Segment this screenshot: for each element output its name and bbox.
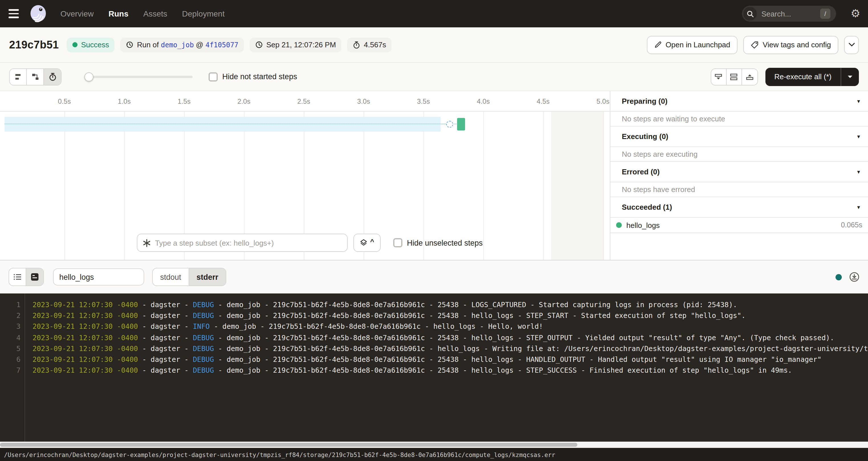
- gantt-step-bar-hello-logs[interactable]: [457, 118, 465, 130]
- snapshot-link[interactable]: 4f105077: [206, 41, 239, 49]
- nav-item-overview[interactable]: Overview: [60, 9, 94, 18]
- chevron-down-icon[interactable]: ▾: [857, 133, 860, 140]
- panel-split-button[interactable]: [726, 69, 742, 85]
- gantt-chart: 0.5s 1.0s 1.5s 2.0s 2.5s 3.0s 3.5s 4.0s …: [0, 91, 610, 260]
- timestamp-label: Sep 21, 12:07:26 PM: [267, 40, 336, 49]
- nav-item-assets[interactable]: Assets: [143, 9, 167, 18]
- step-success-dot-icon: [616, 222, 622, 228]
- history-icon: [126, 41, 134, 49]
- section-succeeded-label: Succeeded (1): [622, 203, 672, 211]
- section-executing-label: Executing (0): [622, 132, 668, 141]
- axis-tick: 1.0s: [118, 97, 130, 105]
- search-box[interactable]: /: [742, 6, 836, 22]
- scrollbar-thumb[interactable]: [0, 443, 577, 447]
- zoom-slider-track: [84, 75, 193, 78]
- top-nav: Overview Runs Assets Deployment / ⚙: [0, 0, 868, 27]
- list-icon: [13, 273, 22, 281]
- structured-log-view-button[interactable]: [9, 268, 26, 285]
- raw-log-viewer[interactable]: 12023-09-21 12:07:30 -0400 - dagster - D…: [0, 294, 868, 442]
- panel-top-button[interactable]: [742, 69, 757, 85]
- hide-not-started-label: Hide not started steps: [222, 72, 297, 81]
- section-errored[interactable]: Errored (0) ▾: [610, 162, 868, 182]
- search-shortcut-key: /: [820, 8, 830, 19]
- reexecute-options-button[interactable]: [841, 67, 859, 86]
- caret-up-icon: ^: [370, 238, 374, 246]
- zoom-slider-knob[interactable]: [84, 72, 93, 81]
- layers-icon: [360, 239, 368, 247]
- panel-bottom-button[interactable]: [711, 69, 726, 85]
- step-name: hello_logs: [626, 221, 660, 229]
- waterfall-view-button[interactable]: [27, 69, 44, 85]
- graph-query-options-button[interactable]: ^: [353, 234, 381, 252]
- pencil-icon: [654, 41, 662, 49]
- axis-tick: 2.0s: [237, 97, 250, 105]
- chevron-down-icon: [848, 43, 855, 47]
- hide-not-started-checkbox[interactable]: [209, 72, 218, 81]
- raw-log-view-button[interactable]: [26, 268, 43, 285]
- section-executing[interactable]: Executing (0) ▾: [610, 126, 868, 147]
- gutter-divider: [25, 294, 25, 442]
- section-succeeded[interactable]: Succeeded (1) ▾: [610, 197, 868, 218]
- clock-icon: [256, 41, 263, 49]
- gear-icon[interactable]: ⚙: [850, 8, 861, 19]
- log-line: 32023-09-21 12:07:30 -0400 - dagster - I…: [0, 323, 868, 334]
- terminal-doc-icon: [30, 272, 39, 281]
- header-more-actions-button[interactable]: [844, 36, 859, 54]
- step-status-panel: Preparing (0) ▾ No steps are waiting to …: [610, 91, 868, 260]
- step-subset-input[interactable]: [155, 239, 332, 247]
- tag-icon: [751, 41, 759, 49]
- dagster-run-page: Overview Runs Assets Deployment / ⚙ 219c…: [0, 0, 868, 461]
- search-input[interactable]: [762, 9, 810, 18]
- run-of-pill: Run of demo_job @ 4f105077: [121, 37, 244, 52]
- log-toolbar: stdout stderr: [0, 260, 868, 294]
- log-view-mode-group: [8, 268, 44, 286]
- chevron-down-icon[interactable]: ▾: [857, 204, 860, 210]
- tab-stderr[interactable]: stderr: [189, 268, 226, 285]
- dagster-logo[interactable]: [29, 4, 48, 23]
- log-filter-input[interactable]: [54, 273, 139, 281]
- gantt-waiting-bar: [5, 117, 440, 132]
- download-icon[interactable]: [849, 272, 860, 282]
- axis-tick: 0.5s: [58, 97, 71, 105]
- section-preparing[interactable]: Preparing (0) ▾: [610, 91, 868, 112]
- chevron-down-icon[interactable]: ▾: [857, 169, 860, 175]
- flat-view-button[interactable]: [10, 69, 27, 85]
- chevron-down-icon[interactable]: ▾: [857, 98, 860, 104]
- succeeded-step-row[interactable]: hello_logs 0.065s: [610, 218, 868, 233]
- reexecute-all-button[interactable]: Re-execute all (*): [765, 67, 859, 86]
- run-header: 219c7b51 Success Run of demo_job @ 4f105…: [0, 27, 868, 63]
- horizontal-scrollbar[interactable]: [0, 442, 868, 448]
- nav-items: Overview Runs Assets Deployment: [60, 9, 224, 18]
- hide-unselected-label: Hide unselected steps: [407, 239, 483, 247]
- io-tabs: stdout stderr: [152, 268, 226, 286]
- step-subset-box[interactable]: [137, 234, 348, 252]
- panel-top-icon: [745, 73, 754, 81]
- job-link[interactable]: demo_job: [161, 41, 194, 49]
- log-filter-box[interactable]: [53, 268, 144, 285]
- timing-view-button[interactable]: [44, 69, 61, 85]
- stopwatch-view-icon: [48, 72, 57, 81]
- log-lines: 12023-09-21 12:07:30 -0400 - dagster - D…: [0, 294, 868, 377]
- nav-item-deployment[interactable]: Deployment: [182, 9, 224, 18]
- status-badge: Success: [67, 37, 115, 52]
- nav-item-runs[interactable]: Runs: [108, 9, 128, 18]
- hide-unselected-checkbox[interactable]: [393, 238, 402, 247]
- top-pane: 0.5s 1.0s 1.5s 2.0s 2.5s 3.0s 3.5s 4.0s …: [0, 91, 868, 260]
- log-file-path: /Users/erincochran/Desktop/dagster-examp…: [4, 451, 555, 458]
- open-in-launchpad-label: Open in Launchpad: [666, 40, 731, 49]
- axis-tick: 5.0s: [596, 97, 609, 105]
- log-path-status-bar: /Users/erincochran/Desktop/dagster-examp…: [0, 448, 868, 461]
- log-line: 22023-09-21 12:07:30 -0400 - dagster - D…: [0, 312, 868, 322]
- open-in-launchpad-button[interactable]: Open in Launchpad: [647, 36, 738, 54]
- tab-stdout[interactable]: stdout: [153, 268, 189, 285]
- axis-tick: 4.5s: [536, 97, 550, 105]
- log-line: 52023-09-21 12:07:30 -0400 - dagster - D…: [0, 345, 868, 356]
- hamburger-menu-icon[interactable]: [7, 7, 21, 21]
- axis-tick: 4.0s: [477, 97, 490, 105]
- gantt-zoom-slider[interactable]: [84, 72, 193, 81]
- axis-tick: 1.5s: [178, 97, 190, 105]
- gantt-time-axis: 0.5s 1.0s 1.5s 2.0s 2.5s 3.0s 3.5s 4.0s …: [0, 91, 610, 112]
- axis-tick: 3.0s: [357, 97, 370, 105]
- view-tags-config-button[interactable]: View tags and config: [743, 36, 838, 54]
- duration-label: 4.567s: [364, 40, 386, 49]
